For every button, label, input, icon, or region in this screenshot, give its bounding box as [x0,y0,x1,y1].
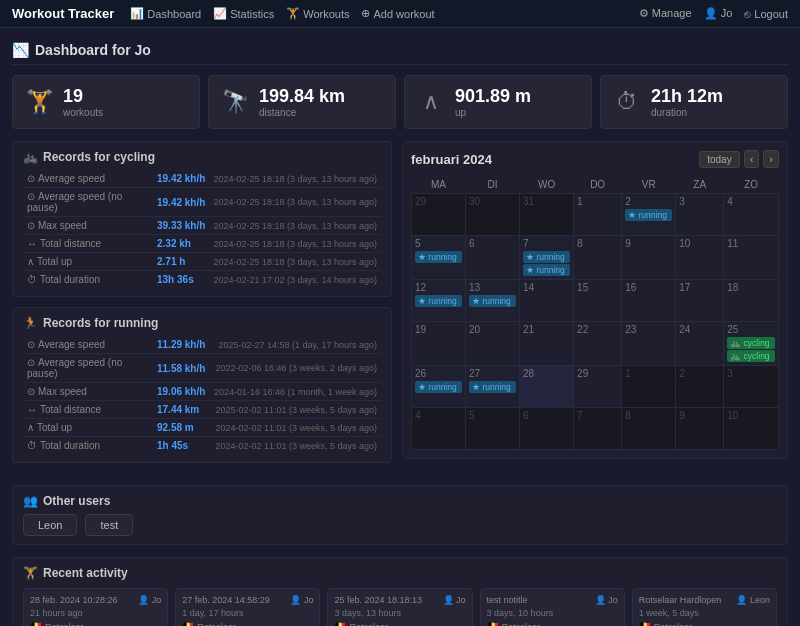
calendar-day[interactable]: 5 [466,408,520,450]
calendar-day[interactable]: 1 [574,194,622,236]
day-number: 18 [727,282,775,293]
calendar-day[interactable]: 10 [676,236,724,280]
nav-add-workout[interactable]: ⊕ Add workout [361,7,434,20]
calendar-day[interactable]: 7 [574,408,622,450]
calendar-day[interactable]: 6 [520,408,574,450]
calendar-day[interactable]: 10 [724,408,779,450]
calendar-day[interactable]: 29 [574,366,622,408]
nav-dashboard[interactable]: 📊 Dashboard [130,7,201,20]
calendar-day-header: MA [412,176,466,194]
nav-statistics[interactable]: 📈 Statistics [213,7,274,20]
rec-date: 2024-02-02 11:01 (3 weeks, 5 days ago) [209,419,381,437]
calendar-day[interactable]: 21 [520,322,574,366]
rec-value: 13h 36s [153,271,209,289]
user-button[interactable]: Leon [23,514,77,536]
calendar-day[interactable]: 1 [622,366,676,408]
calendar-day[interactable]: 7★ running★ running [520,236,574,280]
calendar-event[interactable]: ★ running [415,295,462,307]
calendar-event[interactable]: ★ running [523,251,570,263]
running-table: ⊙Average speed 11.29 kh/h 2025-02-27 14:… [23,336,381,454]
manage-link[interactable]: ⚙ Manage [639,7,692,20]
calendar-day[interactable]: 12★ running [412,280,466,322]
activity-card-header: 28 feb. 2024 10:28:26 👤 Jo [30,595,161,605]
calendar-day[interactable]: 25🚲 cycling🚲 cycling [724,322,779,366]
calendar-day[interactable]: 18 [724,280,779,322]
day-number: 14 [523,282,570,293]
day-number: 4 [727,196,775,207]
stat-value-2: 901.89 m [455,86,579,107]
activity-card: Rotselaar Hardlopen 👤 Leon 1 week, 5 day… [632,588,777,626]
day-number: 13 [469,282,516,293]
rec-date: 2024-02-25 18:18 (3 days, 13 hours ago) [209,235,381,253]
day-number: 20 [469,324,516,335]
logout-link[interactable]: ⎋ Logout [744,8,788,20]
calendar-day[interactable]: 30 [466,194,520,236]
calendar-day-header: DO [574,176,622,194]
calendar-day[interactable]: 6 [466,236,520,280]
nav-workouts[interactable]: 🏋 Workouts [286,7,349,20]
calendar-event[interactable]: ★ running [625,209,672,221]
stat-icon-0: 🏋 [25,89,53,115]
stat-card-0: 🏋 19 workouts [12,75,200,129]
day-number: 29 [415,196,462,207]
next-month-button[interactable]: › [763,150,779,168]
records-row: ⊙Average speed (no pause) 11.58 kh/h 202… [23,354,381,383]
calendar-day[interactable]: 28 [520,366,574,408]
calendar-event[interactable]: ★ running [469,381,516,393]
today-button[interactable]: today [699,151,739,168]
day-number: 15 [577,282,618,293]
calendar-day[interactable]: 13★ running [466,280,520,322]
calendar-day[interactable]: 15 [574,280,622,322]
calendar-day[interactable]: 26★ running [412,366,466,408]
calendar-day[interactable]: 4 [412,408,466,450]
page-title: 📉 Dashboard for Jo [12,36,788,65]
calendar-event[interactable]: ★ running [415,381,462,393]
calendar-day[interactable]: 23 [622,322,676,366]
calendar-day[interactable]: 20 [466,322,520,366]
calendar-day[interactable]: 24 [676,322,724,366]
rec-value: 19.06 kh/h [153,383,209,401]
navbar: Workout Tracker 📊 Dashboard 📈 Statistics… [0,0,800,28]
calendar-header: februari 2024 today ‹ › [411,150,779,168]
activity-meta: 3 days, 10 hours [487,608,618,618]
calendar-day[interactable]: 22 [574,322,622,366]
calendar-day[interactable]: 16 [622,280,676,322]
calendar-day[interactable]: 4 [724,194,779,236]
calendar-event[interactable]: 🚲 cycling [727,350,775,362]
flag-icon: 🇧🇪 [182,621,194,626]
calendar-day[interactable]: 2 [676,366,724,408]
calendar-day[interactable]: 27★ running [466,366,520,408]
user-link[interactable]: 👤 Jo [704,7,733,20]
calendar-day[interactable]: 8 [574,236,622,280]
main-content: 📉 Dashboard for Jo 🏋 19 workouts 🔭 199.8… [0,28,800,626]
location-text: Rotselaar [197,622,236,627]
calendar-day[interactable]: 3 [724,366,779,408]
activity-meta: 21 hours ago [30,608,161,618]
calendar-day[interactable]: 9 [622,236,676,280]
activity-location: 🇧🇪 Rotselaar [182,621,313,626]
prev-month-button[interactable]: ‹ [744,150,760,168]
statistics-icon: 📈 [213,7,227,20]
rec-value: 2.71 h [153,253,209,271]
calendar-event[interactable]: 🚲 cycling [727,337,775,349]
calendar-day[interactable]: 9 [676,408,724,450]
activity-date: test notitle [487,595,528,605]
calendar-day[interactable]: 17 [676,280,724,322]
calendar-day[interactable]: 31 [520,194,574,236]
day-number: 10 [727,410,775,421]
flag-icon: 🇧🇪 [30,621,42,626]
user-button[interactable]: test [85,514,133,536]
calendar-day[interactable]: 29 [412,194,466,236]
calendar-day[interactable]: 19 [412,322,466,366]
calendar-event[interactable]: ★ running [469,295,516,307]
calendar-event[interactable]: ★ running [523,264,570,276]
stat-icon-3: ⏱ [613,89,641,115]
calendar-nav: today ‹ › [699,150,779,168]
calendar-event[interactable]: ★ running [415,251,462,263]
calendar-day[interactable]: 5★ running [412,236,466,280]
calendar-day[interactable]: 14 [520,280,574,322]
calendar-day[interactable]: 8 [622,408,676,450]
calendar-day[interactable]: 11 [724,236,779,280]
calendar-day[interactable]: 2★ running [622,194,676,236]
calendar-day[interactable]: 3 [676,194,724,236]
